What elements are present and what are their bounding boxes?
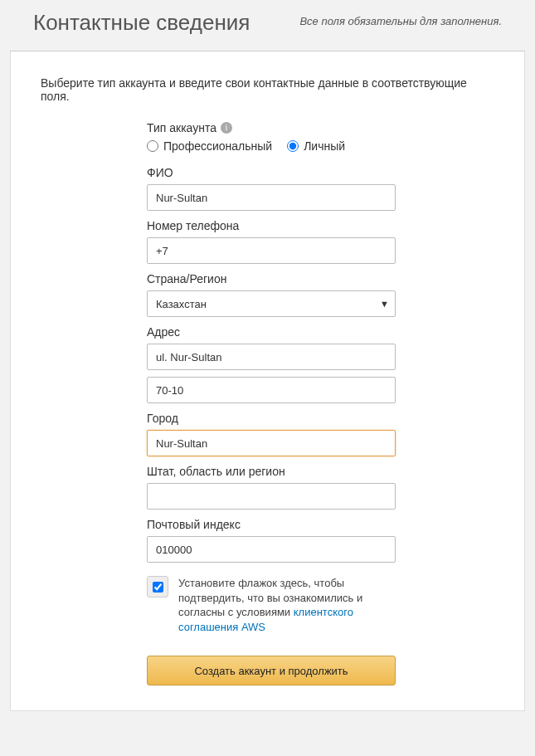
postal-label: Почтовый индекс <box>147 518 396 531</box>
state-input[interactable] <box>147 483 396 510</box>
phone-input[interactable] <box>147 237 396 264</box>
info-icon[interactable]: i <box>221 122 232 134</box>
agreement-checkbox[interactable] <box>153 582 163 593</box>
radio-professional[interactable] <box>147 140 158 152</box>
country-select[interactable]: Казахстан <box>147 290 396 317</box>
fullname-input[interactable] <box>147 184 396 211</box>
phone-label: Номер телефона <box>147 219 396 232</box>
agreement-text: Установите флажок здесь, чтобы подтверди… <box>178 576 396 634</box>
account-type-professional[interactable]: Профессиональный <box>147 139 272 153</box>
account-type-personal[interactable]: Личный <box>287 139 345 153</box>
page-title: Контактные сведения <box>33 10 250 36</box>
radio-professional-label: Профессиональный <box>163 139 272 153</box>
address-line2-input[interactable] <box>147 377 396 403</box>
intro-text: Выберите тип аккаунта и введите свои кон… <box>41 76 494 103</box>
address-label: Адрес <box>147 325 396 339</box>
fullname-label: ФИО <box>147 166 396 179</box>
account-type-label: Тип аккаунта <box>147 121 216 134</box>
city-input[interactable] <box>147 430 396 456</box>
agreement-checkbox-wrap[interactable] <box>147 576 168 597</box>
address-line1-input[interactable] <box>147 344 396 370</box>
submit-button[interactable]: Создать аккаунт и продолжить <box>147 656 396 685</box>
radio-personal-label: Личный <box>304 139 345 153</box>
postal-input[interactable] <box>147 536 396 563</box>
radio-personal[interactable] <box>287 140 299 152</box>
country-label: Страна/Регион <box>147 272 396 285</box>
city-label: Город <box>147 412 396 425</box>
state-label: Штат, область или регион <box>147 465 396 478</box>
required-note: Все поля обязательны для заполнения. <box>299 15 502 27</box>
